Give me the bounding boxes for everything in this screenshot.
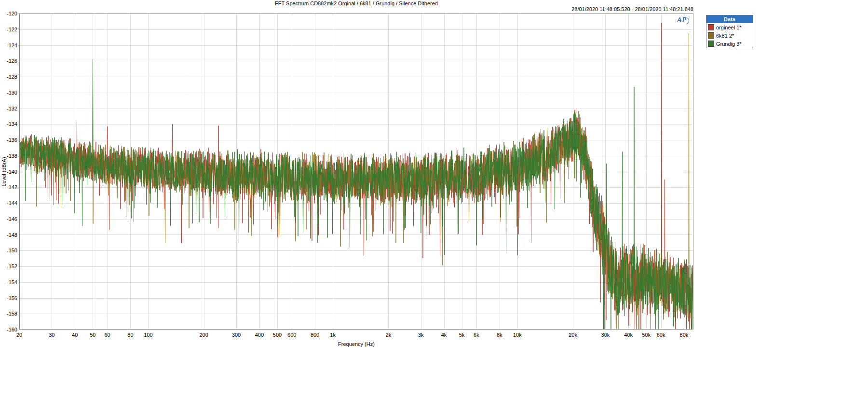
x-tick-label: 2k bbox=[378, 332, 399, 338]
legend-label: Grundig 3* bbox=[716, 41, 742, 47]
legend-swatch bbox=[708, 32, 714, 39]
x-tick-label: 80k bbox=[673, 332, 694, 338]
y-tick-label: -156 bbox=[1, 295, 17, 301]
x-tick-label: 200 bbox=[193, 332, 215, 338]
y-tick-label: -136 bbox=[1, 137, 17, 143]
y-tick-label: -154 bbox=[1, 279, 17, 285]
page-title: FFT Spectrum CD882mk2 Orginal / 6k81 / G… bbox=[19, 0, 693, 6]
y-tick-label: -126 bbox=[1, 58, 17, 64]
legend-rows: orgineel 1*6k81 2*Grundig 3* bbox=[706, 23, 753, 48]
legend-panel: Data orgineel 1*6k81 2*Grundig 3* bbox=[706, 15, 753, 48]
y-tick-label: -146 bbox=[1, 216, 17, 222]
y-tick-label: -120 bbox=[1, 11, 17, 16]
legend-item[interactable]: Grundig 3* bbox=[706, 40, 753, 48]
x-tick-label: 10k bbox=[507, 332, 528, 338]
y-tick-label: -144 bbox=[1, 200, 17, 206]
y-tick-label: -148 bbox=[1, 232, 17, 238]
y-tick-label: -150 bbox=[1, 248, 17, 253]
x-tick-label: 20k bbox=[562, 332, 583, 338]
y-tick-label: -124 bbox=[1, 42, 17, 48]
legend-item[interactable]: 6k81 2* bbox=[706, 31, 753, 40]
y-tick-label: -130 bbox=[1, 90, 17, 96]
y-tick-label: -158 bbox=[1, 311, 17, 316]
fft-spectrum-window: FFT Spectrum CD882mk2 Orginal / 6k81 / G… bbox=[0, 0, 868, 399]
x-tick-label: 100 bbox=[137, 332, 159, 338]
legend-item[interactable]: orgineel 1* bbox=[706, 23, 753, 31]
y-tick-label: -122 bbox=[1, 27, 17, 32]
ap-logo-icon: AP bbox=[677, 16, 686, 24]
y-tick-label: -128 bbox=[1, 74, 17, 80]
legend-swatch bbox=[708, 41, 714, 47]
x-tick-label: 30 bbox=[41, 332, 62, 338]
x-tick-label: 3k bbox=[410, 332, 432, 338]
legend-header: Data bbox=[706, 15, 753, 23]
x-tick-label: 1k bbox=[322, 332, 343, 338]
x-tick-label: 60 bbox=[97, 332, 118, 338]
y-tick-label: -134 bbox=[1, 121, 17, 127]
x-tick-label: 300 bbox=[226, 332, 247, 338]
x-axis-label: Frequency (Hz) bbox=[19, 341, 693, 347]
x-tick-label: 20 bbox=[9, 332, 30, 338]
x-tick-label: 600 bbox=[281, 332, 302, 338]
legend-label: orgineel 1* bbox=[716, 25, 742, 30]
y-axis-label: Level (dBrA) bbox=[1, 157, 7, 186]
legend-label: 6k81 2* bbox=[716, 33, 734, 39]
y-tick-label: -132 bbox=[1, 106, 17, 111]
x-tick-label: 60k bbox=[651, 332, 672, 338]
x-tick-label: 30k bbox=[595, 332, 616, 338]
x-tick-label: 6k bbox=[466, 332, 487, 338]
measurement-timestamp: 28/01/2020 11:48:05.520 - 28/01/2020 11:… bbox=[19, 6, 693, 12]
y-tick-label: -152 bbox=[1, 263, 17, 269]
legend-swatch bbox=[708, 24, 714, 30]
fft-spectrum-plot[interactable] bbox=[19, 14, 693, 330]
